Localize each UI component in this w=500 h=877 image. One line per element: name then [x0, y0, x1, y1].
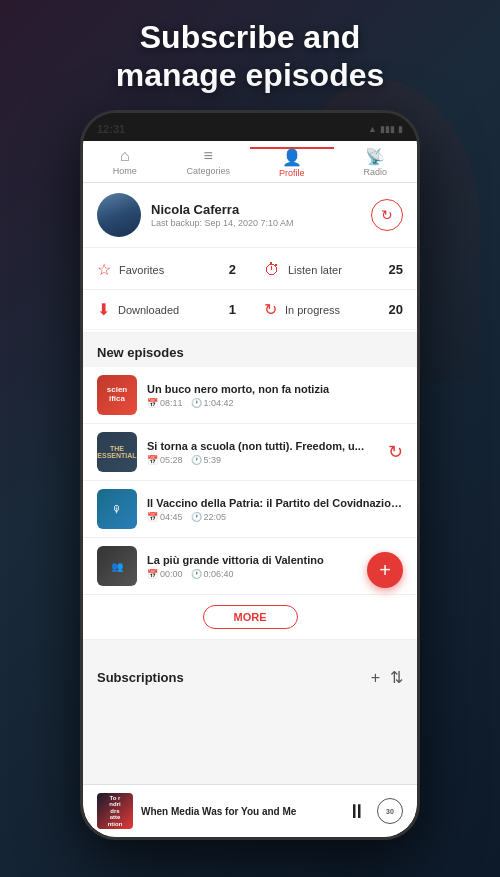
battery-icon: ▮ — [398, 124, 403, 134]
screen-content: Nicola Caferra Last backup: Sep 14, 2020… — [83, 183, 417, 784]
sync-icon: ↻ — [381, 207, 393, 223]
nav-profile[interactable]: 👤 Profile — [250, 141, 334, 182]
fab-button[interactable]: + — [367, 552, 403, 588]
downloaded-icon: ⬇ — [97, 300, 110, 319]
stat-downloaded[interactable]: ⬇ Downloaded 1 — [83, 290, 250, 330]
stat-in-progress[interactable]: ↻ In progress 20 — [250, 290, 417, 330]
episode-info: Il Vaccino della Patria: il Partito del … — [147, 496, 403, 522]
add-subscription-button[interactable]: + — [371, 669, 380, 687]
nav-home[interactable]: ⌂ Home — [83, 141, 167, 182]
episode-meta: 📅 04:45 🕐 22:05 — [147, 512, 403, 522]
episode-info: Un buco nero morto, non fa notizia 📅 08:… — [147, 382, 403, 408]
more-button-container: MORE — [83, 595, 417, 640]
calendar-icon: 📅 — [147, 512, 158, 522]
home-icon: ⌂ — [120, 147, 130, 165]
episode-meta: 📅 08:11 🕐 1:04:42 — [147, 398, 403, 408]
profile-name: Nicola Caferra — [151, 202, 371, 217]
profile-backup: Last backup: Sep 14, 2020 7:10 AM — [151, 218, 371, 228]
hero-title: Subscribe and manage episodes — [0, 18, 500, 95]
more-button[interactable]: MORE — [203, 605, 298, 629]
sync-button[interactable]: ↻ — [371, 199, 403, 231]
episode-info: La più grande vittoria di Valentino 📅 00… — [147, 553, 403, 579]
profile-icon: 👤 — [282, 148, 302, 167]
episode-thumb: scienifica — [97, 375, 137, 415]
nav-categories[interactable]: ≡ Categories — [167, 141, 251, 182]
profile-avatar — [97, 193, 141, 237]
thumb-valentino: 👥 — [97, 546, 137, 586]
episode-date: 📅 08:11 — [147, 398, 183, 408]
new-episodes-header: New episodes — [83, 333, 417, 367]
episode-date: 📅 05:28 — [147, 455, 183, 465]
nav-radio[interactable]: 📡 Radio — [334, 141, 418, 182]
episode-duration: 🕐 5:39 — [191, 455, 222, 465]
calendar-icon: 📅 — [147, 398, 158, 408]
playback-controls: ⏸ 30 — [347, 798, 403, 824]
hero-section: Subscribe and manage episodes — [0, 18, 500, 95]
profile-header: Nicola Caferra Last backup: Sep 14, 2020… — [83, 183, 417, 248]
episode-item[interactable]: scienifica Un buco nero morto, non fa no… — [83, 367, 417, 424]
episode-item[interactable]: THEESSENTIAL Si torna a scuola (non tutt… — [83, 424, 417, 481]
fab-spacer: + — [83, 640, 417, 660]
status-icons: ▲ ▮▮▮ ▮ — [368, 124, 403, 134]
episode-info: Si torna a scuola (non tutti). Freedom, … — [147, 439, 378, 465]
categories-icon: ≡ — [204, 147, 213, 165]
in-progress-icon: ↻ — [264, 300, 277, 319]
calendar-icon: 📅 — [147, 569, 158, 579]
subscription-actions: + ⇅ — [371, 668, 403, 687]
radio-icon: 📡 — [365, 147, 385, 166]
now-playing-info: When Media Was for You and Me — [141, 806, 339, 817]
thumb-essential: THEESSENTIAL — [97, 432, 137, 472]
signal-icon: ▮▮▮ — [380, 124, 395, 134]
avatar-image — [97, 193, 141, 237]
clock-icon: 🕐 — [191, 569, 202, 579]
stat-favorites[interactable]: ☆ Favorites 2 — [83, 250, 250, 290]
profile-info: Nicola Caferra Last backup: Sep 14, 2020… — [151, 202, 371, 228]
episode-date: 📅 00:00 — [147, 569, 183, 579]
wifi-icon: ▲ — [368, 124, 377, 134]
stats-grid: ☆ Favorites 2 ⏱ Listen later 25 ⬇ Downlo… — [83, 248, 417, 333]
clock-icon: 🕐 — [191, 455, 202, 465]
thumb-scientifica: scienifica — [97, 375, 137, 415]
phone-screen: ⌂ Home ≡ Categories 👤 Profile 📡 Radio — [83, 141, 417, 837]
episode-item[interactable]: 🎙 Il Vaccino della Patria: il Partito de… — [83, 481, 417, 538]
episode-thumb: THEESSENTIAL — [97, 432, 137, 472]
now-playing-bar: To rndridrsattention When Media Was for … — [83, 784, 417, 837]
sort-subscriptions-button[interactable]: ⇅ — [390, 668, 403, 687]
episode-duration: 🕐 0:06:40 — [191, 569, 234, 579]
clock-icon: 🕐 — [191, 512, 202, 522]
episode-meta: 📅 05:28 🕐 5:39 — [147, 455, 378, 465]
listen-later-icon: ⏱ — [264, 261, 280, 279]
calendar-icon: 📅 — [147, 455, 158, 465]
episode-duration: 🕐 22:05 — [191, 512, 227, 522]
skip-forward-button[interactable]: 30 — [377, 798, 403, 824]
stat-listen-later[interactable]: ⏱ Listen later 25 — [250, 250, 417, 290]
status-time: 12:31 — [97, 123, 125, 135]
episode-action-icon[interactable]: ↻ — [388, 441, 403, 463]
episode-meta: 📅 00:00 🕐 0:06:40 — [147, 569, 403, 579]
thumb-vaccino: 🎙 — [97, 489, 137, 529]
episode-list: scienifica Un buco nero morto, non fa no… — [83, 367, 417, 595]
episode-thumb: 🎙 — [97, 489, 137, 529]
play-pause-button[interactable]: ⏸ — [347, 800, 367, 823]
bottom-nav: ⌂ Home ≡ Categories 👤 Profile 📡 Radio — [83, 141, 417, 183]
subscriptions-section: Subscriptions + ⇅ — [83, 660, 417, 691]
episode-duration: 🕐 1:04:42 — [191, 398, 234, 408]
favorites-icon: ☆ — [97, 260, 111, 279]
phone-top-bar: 12:31 ▲ ▮▮▮ ▮ — [83, 113, 417, 141]
episode-thumb: 👥 — [97, 546, 137, 586]
episode-date: 📅 04:45 — [147, 512, 183, 522]
now-playing-thumb: To rndridrsattention — [97, 793, 133, 829]
phone-frame: 12:31 ▲ ▮▮▮ ▮ ⌂ Home ≡ Categories 👤 Prof… — [80, 110, 420, 840]
clock-icon: 🕐 — [191, 398, 202, 408]
